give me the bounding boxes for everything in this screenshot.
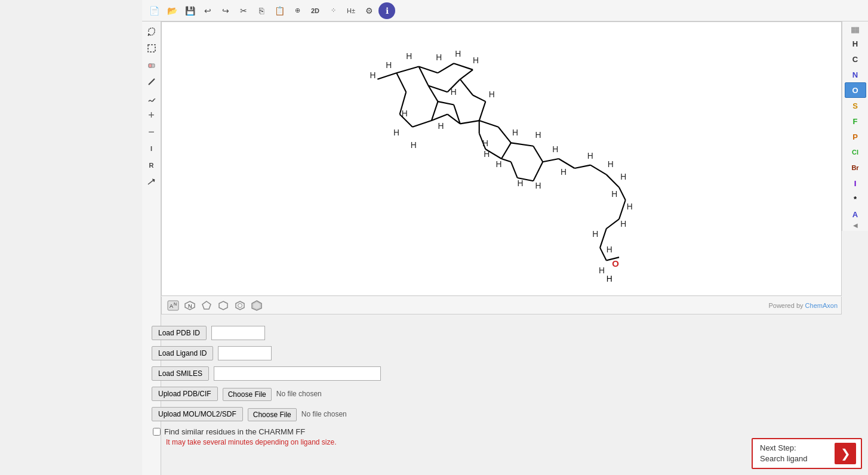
save-button[interactable]: 💾 (181, 2, 198, 19)
svg-text:H: H (489, 90, 495, 99)
2d-button[interactable]: 2D (307, 2, 324, 19)
element-S[interactable]: S (845, 98, 866, 113)
upload-mol-label[interactable]: Choose File (248, 410, 297, 419)
upload-pdb-cif-button[interactable]: Upload PDB/CIF (152, 387, 218, 401)
svg-line-27 (460, 79, 473, 95)
element-I[interactable]: I (845, 175, 866, 191)
upload-mol-button[interactable]: Upload MOL/MOL2/SDF (152, 407, 243, 421)
element-panel-collapse[interactable]: ◀ (853, 222, 858, 229)
erase-tool[interactable] (144, 57, 159, 73)
element-C[interactable]: C (845, 51, 866, 67)
bond-single-tool[interactable] (144, 74, 159, 90)
copy-button[interactable]: ⎘ (253, 2, 270, 19)
settings-button[interactable]: ⚙ (361, 2, 377, 19)
atom-map-tool[interactable]: A N (165, 298, 181, 313)
chemaxon-link[interactable]: ChemAxon (805, 302, 838, 309)
svg-line-25 (479, 101, 486, 121)
svg-text:H: H (406, 51, 412, 61)
svg-line-28 (479, 121, 498, 127)
open-button[interactable]: 📂 (164, 2, 180, 19)
charmm-checkbox[interactable] (153, 428, 161, 436)
svg-marker-88 (202, 301, 211, 309)
svg-line-9 (454, 63, 473, 70)
upload-pdb-choose-btn[interactable]: Choose File (223, 388, 272, 401)
new-button[interactable]: 📄 (146, 2, 162, 19)
powered-by-text: Powered by ChemAxon (768, 302, 838, 309)
svg-text:H: H (411, 140, 417, 150)
svg-line-36 (533, 162, 543, 181)
pdb-id-input[interactable] (211, 326, 265, 340)
info-button[interactable]: ℹ (378, 2, 395, 19)
svg-line-38 (511, 162, 518, 178)
element-Cl[interactable]: Cl (845, 144, 866, 160)
svg-text:O: O (612, 259, 619, 269)
svg-text:H: H (386, 60, 392, 70)
svg-line-24 (460, 121, 479, 124)
upload-pdb-no-file: No file chosen (276, 390, 322, 398)
svg-text:H: H (552, 144, 558, 154)
molecule-canvas[interactable]: H H H H H H H H H H H H H H H H H H H H … (161, 21, 842, 296)
element-N[interactable]: N (845, 67, 866, 82)
svg-text:N: N (174, 302, 177, 306)
ligand-id-input[interactable] (218, 346, 272, 360)
svg-line-3 (149, 79, 155, 85)
svg-text:H: H (495, 159, 501, 169)
svg-marker-92 (252, 301, 261, 310)
charmm-label[interactable]: Find similar residues in the CHARMM FF (153, 427, 832, 436)
select-rect-tool[interactable] (144, 41, 159, 56)
next-step-button[interactable]: Next Step: Search ligand ❯ (752, 438, 862, 469)
svg-text:H: H (451, 87, 457, 97)
r-group-tool[interactable]: R (144, 158, 159, 173)
load-smiles-button[interactable]: Load SMILES (152, 366, 209, 381)
svg-line-45 (619, 187, 626, 200)
upload-pdb-label[interactable]: Choose File (223, 390, 272, 399)
element-F[interactable]: F (845, 113, 866, 129)
cut-button[interactable]: ✂ (235, 2, 252, 19)
cyclopentane-tool[interactable] (199, 298, 214, 313)
svg-marker-90 (236, 301, 244, 310)
svg-text:H: H (607, 274, 612, 283)
svg-line-26 (473, 95, 485, 101)
bond-wavy-tool[interactable] (144, 91, 159, 106)
redo-button[interactable]: ↪ (217, 2, 234, 19)
svg-line-42 (574, 165, 590, 168)
upload-mol-row: Upload MOL/MOL2/SDF Choose File No file … (152, 407, 832, 421)
clean-button[interactable]: ⁘ (325, 2, 341, 19)
svg-text:N: N (188, 303, 192, 309)
load-pdb-id-button[interactable]: Load PDB ID (152, 326, 207, 340)
svg-line-18 (432, 101, 438, 121)
smiles-input[interactable] (214, 366, 381, 381)
zoom-fit-button[interactable]: ⊕ (289, 2, 306, 19)
svg-text:H: H (482, 138, 488, 148)
svg-line-10 (396, 73, 406, 92)
s-group-tool[interactable]: N (182, 298, 198, 313)
svg-line-40 (543, 159, 559, 162)
svg-text:H: H (611, 189, 617, 199)
cyclohexane-tool[interactable] (216, 298, 231, 313)
element-O[interactable]: O (845, 82, 866, 98)
reaction-tool[interactable] (144, 174, 159, 190)
element-panel-toggle[interactable]: ▓▓ (845, 24, 866, 36)
svg-line-46 (619, 200, 626, 219)
element-Br[interactable]: Br (845, 160, 866, 175)
load-ligand-id-button[interactable]: Load Ligand ID (152, 346, 213, 360)
select-lasso-tool[interactable] (144, 24, 159, 39)
element-A[interactable]: A (845, 206, 866, 222)
benzene-tool[interactable] (232, 298, 248, 313)
zoom-out-tool[interactable]: − (144, 124, 159, 140)
upload-mol-choose-btn[interactable]: Choose File (248, 408, 297, 421)
svg-text:H: H (455, 49, 461, 58)
svg-line-5 (377, 73, 396, 79)
controls-panel: Load PDB ID Load Ligand ID Load SMILES U… (142, 316, 842, 456)
svg-text:H: H (535, 181, 541, 190)
zoom-in-tool[interactable]: + (144, 107, 159, 123)
undo-button[interactable]: ↩ (199, 2, 216, 19)
element-H[interactable]: H (845, 36, 866, 51)
element-P[interactable]: P (845, 129, 866, 144)
element-panel: ▓▓ H C N O S F P Cl Br I * A ◀ (842, 21, 868, 231)
paste-button[interactable]: 📋 (271, 2, 288, 19)
bracket-tool[interactable]: I (144, 141, 159, 156)
cyclohexane2-tool[interactable] (249, 298, 264, 313)
h-toggle-button[interactable]: H± (343, 2, 359, 19)
element-star[interactable]: * (845, 191, 866, 206)
